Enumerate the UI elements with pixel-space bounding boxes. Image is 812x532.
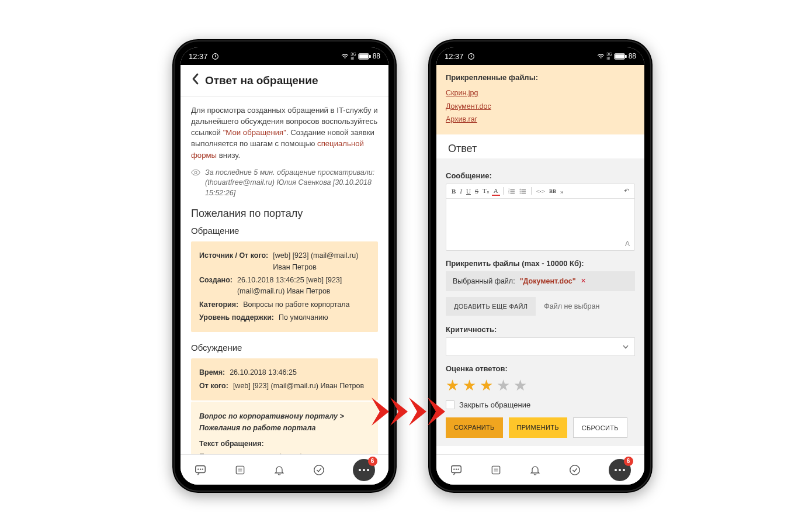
signal-icon: 3Gııl bbox=[351, 52, 356, 60]
attached-files-card: Прикрепленные файлы: Скрин.jpg Документ.… bbox=[436, 65, 644, 134]
star-icon[interactable]: ★ bbox=[480, 376, 493, 395]
more-dots-icon bbox=[615, 469, 625, 471]
criticality-select[interactable] bbox=[446, 337, 635, 356]
svg-point-32 bbox=[459, 469, 459, 469]
screen-right: 12:37 3Gııl 88 Прикрепленные файлы: Скри… bbox=[436, 47, 644, 485]
nav-chat-icon[interactable] bbox=[194, 464, 207, 476]
svg-rect-15 bbox=[615, 54, 623, 58]
whatsapp-icon bbox=[211, 53, 219, 60]
star-icon[interactable]: ★ bbox=[446, 376, 459, 395]
tb-strike-icon[interactable]: S bbox=[473, 187, 480, 195]
svg-text:3: 3 bbox=[508, 192, 509, 194]
svg-rect-16 bbox=[625, 55, 626, 57]
section-title: Пожелания по порталу bbox=[191, 208, 378, 220]
attach-label: Прикрепить файлы (max - 10000 Кб): bbox=[446, 259, 635, 268]
buttons-row: СОХРАНИТЬ ПРИМЕНИТЬ СБРОСИТЬ bbox=[446, 417, 635, 438]
phone-left: 12:37 3Gııl 88 Ответ на обращение bbox=[172, 39, 397, 493]
nav-more-button[interactable]: 6 bbox=[353, 459, 375, 481]
nav-list-icon[interactable] bbox=[490, 464, 502, 476]
back-icon[interactable] bbox=[191, 73, 199, 88]
svg-point-6 bbox=[198, 469, 199, 469]
svg-point-7 bbox=[200, 469, 201, 469]
save-button[interactable]: СОХРАНИТЬ bbox=[446, 417, 503, 438]
statusbar: 12:37 3Gııl 88 bbox=[181, 47, 388, 65]
tb-color-icon[interactable]: A bbox=[492, 186, 500, 196]
eye-icon bbox=[191, 169, 200, 199]
viewers-note: За последние 5 мин. обращение просматрив… bbox=[191, 168, 378, 199]
attached-file-link[interactable]: Скрин.jpg bbox=[446, 87, 635, 100]
reset-button[interactable]: СБРОСИТЬ bbox=[573, 417, 627, 438]
svg-point-30 bbox=[454, 469, 454, 469]
apply-button[interactable]: ПРИМЕНИТЬ bbox=[509, 417, 567, 438]
nav-bell-icon[interactable] bbox=[529, 464, 541, 476]
nav-more-button[interactable]: 6 bbox=[609, 459, 631, 481]
message-editor[interactable]: B I U S Tₓ A 123 <·> BB » ↶ bbox=[446, 184, 635, 251]
editor-resize-icon[interactable]: A bbox=[625, 240, 630, 248]
svg-rect-33 bbox=[492, 466, 500, 474]
rating-stars[interactable]: ★ ★ ★ ★ ★ bbox=[446, 376, 635, 395]
tb-ul-icon[interactable] bbox=[518, 188, 528, 195]
nav-bell-icon[interactable] bbox=[273, 464, 285, 476]
nav-check-icon[interactable] bbox=[568, 464, 581, 476]
tb-ol-icon[interactable]: 123 bbox=[506, 188, 517, 195]
phone-right: 12:37 3Gııl 88 Прикрепленные файлы: Скри… bbox=[428, 39, 653, 493]
battery-icon bbox=[614, 53, 627, 60]
attached-file-link[interactable]: Документ.doc bbox=[446, 100, 635, 113]
remove-file-icon[interactable]: ✕ bbox=[581, 277, 586, 285]
tb-bb-icon[interactable]: BB bbox=[547, 188, 558, 195]
tb-clear-icon[interactable]: Tₓ bbox=[481, 186, 491, 195]
star-icon[interactable]: ★ bbox=[497, 376, 510, 395]
answer-form: Сообщение: B I U S Tₓ A 123 <·> B bbox=[436, 158, 644, 446]
appeal-subtitle: Обращение bbox=[191, 226, 378, 236]
tb-undo-icon[interactable]: ↶ bbox=[622, 186, 631, 195]
disc-k-text: Текст обращения: bbox=[199, 438, 264, 450]
attached-file-link[interactable]: Архив.rar bbox=[446, 113, 635, 126]
chevron-down-icon bbox=[623, 343, 629, 350]
tb-underline-icon[interactable]: U bbox=[464, 187, 473, 195]
svg-point-8 bbox=[203, 469, 203, 469]
page-header: Ответ на обращение bbox=[181, 65, 388, 96]
more-dots-icon bbox=[359, 469, 369, 471]
status-time: 12:37 bbox=[445, 52, 464, 61]
discussion-card-1: Время:26.10.2018 13:46:25 От кого:[web] … bbox=[191, 358, 378, 400]
tb-bold-icon[interactable]: B bbox=[450, 187, 457, 195]
svg-rect-2 bbox=[359, 54, 367, 58]
svg-point-25 bbox=[519, 192, 520, 194]
rating-label: Оценка ответов: bbox=[446, 364, 635, 373]
status-battery: 88 bbox=[373, 52, 380, 60]
battery-icon bbox=[358, 53, 371, 60]
appeal-k-level: Уровень поддержки: bbox=[199, 312, 274, 323]
tb-code-icon[interactable]: <·> bbox=[535, 187, 547, 195]
star-icon[interactable]: ★ bbox=[463, 376, 476, 395]
nav-check-icon[interactable] bbox=[313, 464, 325, 476]
status-battery: 88 bbox=[629, 52, 636, 60]
status-time: 12:37 bbox=[189, 52, 208, 61]
disc-topic: Вопрос по корпоративному порталу > Пожел… bbox=[199, 411, 370, 434]
svg-point-31 bbox=[456, 469, 457, 469]
appeal-v-level: По умолчанию bbox=[279, 312, 370, 323]
add-file-button[interactable]: ДОБАВИТЬ ЕЩЕ ФАЙЛ bbox=[446, 297, 536, 316]
nav-chat-icon[interactable] bbox=[450, 464, 463, 476]
selected-file-label: Выбранный файл: bbox=[453, 277, 515, 285]
wifi-icon bbox=[597, 53, 605, 59]
criticality-label: Критичность: bbox=[446, 325, 635, 334]
discussion-subtitle: Обсуждение bbox=[191, 343, 378, 353]
appeal-k-created: Создано: bbox=[199, 275, 233, 298]
link-my-requests[interactable]: "Мои обращения" bbox=[223, 128, 286, 137]
checkbox-icon[interactable] bbox=[446, 400, 454, 409]
close-request-label: Закрыть обращение bbox=[459, 400, 530, 409]
no-file-label: Файл не выбран bbox=[544, 302, 599, 310]
disc-v-time: 26.10.2018 13:46:25 bbox=[230, 367, 370, 378]
disc-v-from: [web] [923] (mail@mail.ru) Иван Петров bbox=[233, 381, 370, 392]
nav-list-icon[interactable] bbox=[234, 464, 246, 476]
editor-toolbar: B I U S Tₓ A 123 <·> BB » ↶ bbox=[446, 184, 634, 199]
tb-more-icon[interactable]: » bbox=[558, 187, 565, 195]
tb-italic-icon[interactable]: I bbox=[458, 187, 464, 195]
svg-point-12 bbox=[314, 465, 324, 475]
editor-textarea[interactable]: A bbox=[446, 199, 634, 250]
appeal-k-source: Источник / От кого: bbox=[199, 250, 268, 273]
content-right: Прикрепленные файлы: Скрин.jpg Документ.… bbox=[436, 65, 644, 454]
star-icon[interactable]: ★ bbox=[513, 376, 527, 395]
selected-file-row: Выбранный файл: "Документ.doc" ✕ bbox=[446, 271, 635, 291]
close-request-checkbox[interactable]: Закрыть обращение bbox=[446, 400, 635, 409]
